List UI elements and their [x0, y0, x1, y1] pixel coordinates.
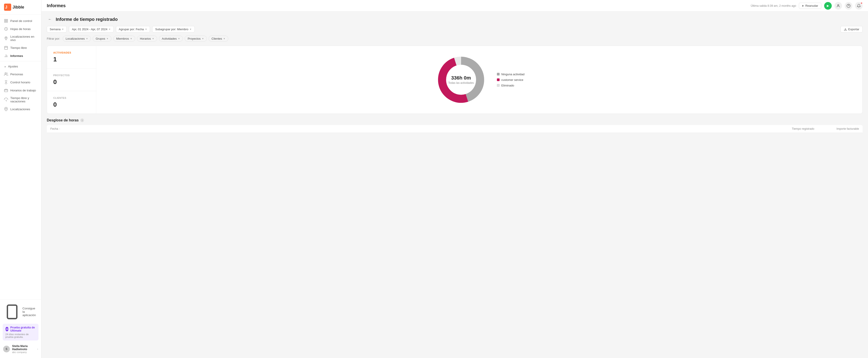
stats-panel: ACTIVIDADES 1 PROYECTOS 0 CLIENTES 0 [47, 46, 96, 114]
col-amount: Importe facturable [814, 127, 859, 130]
week-dropdown[interactable]: Semana ▼ [47, 26, 67, 32]
jibble-logo-icon: J [4, 4, 11, 11]
chevron-up-icon: ▲ [4, 65, 6, 68]
sort-arrow-icon: ↑ [59, 128, 60, 130]
activities-value: 1 [53, 56, 90, 63]
notifications-button[interactable]: 1 [855, 2, 863, 10]
donut-total-label: Todas las actividades [448, 81, 474, 84]
get-app-item[interactable]: Consigue la aplicación [0, 302, 41, 322]
sidebar-item-tiempo-libre-vac[interactable]: Tiempo libre y vacaciones [0, 94, 41, 105]
calendar-icon [4, 46, 8, 50]
filter-clientes[interactable]: Clientes ▼ [209, 36, 228, 42]
sidebar-item-personas-label: Personas [10, 73, 23, 76]
user-profile-button[interactable] [834, 2, 842, 10]
filter-actividades[interactable]: Actividades ▼ [159, 36, 183, 42]
group-by-dropdown[interactable]: Agrupar por: Fecha ▼ [116, 26, 150, 32]
resume-play-icon: ▶ [802, 4, 804, 7]
sidebar-item-localizaciones[interactable]: Localizaciones [0, 105, 41, 113]
report-title: Informe de tiempo registrado [56, 17, 118, 22]
clock-icon [4, 27, 8, 31]
filter-proyectos[interactable]: Proyectos ▼ [185, 36, 207, 42]
avatar: S [3, 346, 10, 352]
sidebar-item-control-horario[interactable]: Control horario [0, 78, 41, 86]
filter-clientes-chevron: ▼ [223, 37, 225, 40]
settings-clock-icon [4, 80, 8, 84]
resume-button[interactable]: ▶ Reanudar [799, 3, 822, 9]
export-label: Exportar [848, 28, 859, 31]
bell-icon [857, 4, 861, 8]
filter-miembros-chevron: ▼ [130, 37, 132, 40]
sidebar-item-personas[interactable]: Personas [0, 70, 41, 78]
pin-icon [4, 107, 8, 111]
breakdown-header: Desglose de horas i [47, 118, 863, 122]
topbar-title: Informes [47, 3, 66, 8]
jibble-logo[interactable]: J Jibble [4, 4, 24, 11]
back-button[interactable]: ← [47, 16, 53, 22]
svg-rect-18 [7, 305, 17, 319]
trial-title: Prueba gratuita de Ultimate [10, 326, 36, 332]
user-chevron-icon: › [37, 348, 38, 351]
jibble-logo-text: Jibble [12, 5, 24, 10]
get-app-label: Consigue la aplicación [22, 307, 37, 317]
umbrella-icon [4, 98, 8, 102]
breakdown-info-icon[interactable]: i [80, 118, 84, 122]
export-button[interactable]: Exportar [840, 26, 863, 32]
sidebar-item-horarios-trabajo[interactable]: Horarios de trabajo [0, 86, 41, 94]
subgroup-by-dropdown[interactable]: Subagrupar por: Miembro ▼ [152, 26, 194, 32]
svg-point-20 [838, 4, 839, 6]
sidebar: J Jibble Panel de control Hojas de horas… [0, 0, 41, 358]
sidebar-item-tiempo-libre[interactable]: Tiempo libre [0, 44, 41, 52]
chart-legend: Ninguna actividad customer service Elimi… [497, 73, 524, 87]
sidebar-nav: Panel de control Hojas de horas Localiza… [0, 15, 41, 299]
sidebar-item-tiempo-libre-vac-label: Tiempo libre y vacaciones [10, 97, 37, 103]
filter-miembros[interactable]: Miembros ▼ [113, 36, 135, 42]
activities-label: ACTIVIDADES [53, 51, 90, 54]
legend-item-0: Ninguna actividad [497, 73, 524, 76]
filter-grupos[interactable]: Grupos ▼ [93, 36, 112, 42]
legend-item-1: customer service [497, 78, 524, 82]
phone-icon [4, 304, 20, 320]
user-row[interactable]: S Stella Maria Hadiwinoto abc company › [0, 342, 41, 356]
settings-section-header[interactable]: ▲ Ajustes [0, 63, 41, 70]
legend-dot-2 [497, 84, 500, 87]
donut-center: 336h 0m Todas las actividades [448, 75, 474, 84]
projects-stat: PROYECTOS 0 [47, 68, 96, 91]
svg-rect-4 [4, 21, 6, 22]
group-by-chevron-icon: ▼ [145, 28, 147, 30]
date-range-dropdown[interactable]: Apr, 01 2024 - Apr, 07 2024 ▼ [69, 26, 114, 32]
col-date[interactable]: Fecha ↑ [50, 127, 770, 130]
filter-horarios[interactable]: Horarios ▼ [137, 36, 157, 42]
trial-subtitle: 24 días restantes de prueba gratuita. [5, 333, 36, 338]
sidebar-item-panel-label: Panel de control [10, 19, 32, 23]
sidebar-item-informes-label: Informes [10, 54, 23, 58]
location-icon [4, 36, 8, 40]
legend-item-2: Eliminado [497, 84, 524, 87]
trial-badge: 24 [5, 327, 8, 331]
sidebar-bottom: Consigue la aplicación 24 Prueba gratuit… [0, 299, 41, 358]
date-range-chevron-icon: ▼ [108, 28, 111, 30]
sidebar-item-tiempo-libre-label: Tiempo libre [10, 46, 27, 50]
sidebar-item-localizaciones-vivo[interactable]: Localizaciones en vivo [0, 33, 41, 44]
start-timer-button[interactable]: ▶ [824, 2, 832, 10]
sidebar-item-hojas[interactable]: Hojas de horas [0, 25, 41, 33]
work-schedule-icon [4, 88, 8, 92]
sidebar-item-horarios-trabajo-label: Horarios de trabajo [10, 89, 36, 92]
filter-actividades-chevron: ▼ [178, 37, 180, 40]
subgroup-by-label: Subagrupar por: Miembro [155, 28, 188, 31]
notification-count-badge: 1 [860, 2, 863, 4]
activities-stat: ACTIVIDADES 1 [47, 46, 96, 68]
svg-point-15 [6, 82, 7, 83]
sidebar-item-informes[interactable]: Informes [0, 52, 41, 60]
help-button[interactable] [845, 2, 852, 10]
filter-localizaciones[interactable]: Localizaciones ▼ [63, 36, 91, 42]
play-icon: ▶ [827, 4, 829, 7]
trial-banner[interactable]: 24 Prueba gratuita de Ultimate 24 días r… [3, 324, 38, 340]
sub-filter-bar: Filtrar por: Localizaciones ▼ Grupos ▼ M… [47, 36, 863, 42]
svg-point-17 [6, 108, 7, 109]
table-header-row: Fecha ↑ Tiempo registrado Importe factur… [47, 125, 863, 133]
svg-point-14 [5, 73, 6, 74]
clients-stat: CLIENTES 0 [47, 91, 96, 114]
sidebar-item-panel[interactable]: Panel de control [0, 17, 41, 25]
topbar: Informes Última salida 8:39 am, 2 months… [41, 0, 868, 12]
chart-panel: 336h 0m Todas las actividades Ninguna ac… [96, 46, 862, 114]
